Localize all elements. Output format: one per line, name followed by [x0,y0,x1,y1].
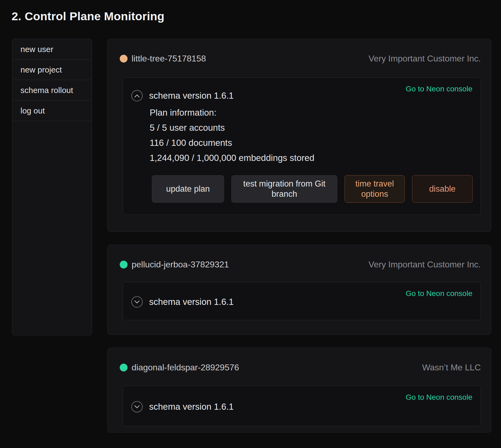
project-detail-panel: Go to Neon console schema version 1.6.1 [123,282,481,320]
status-dot-icon [120,364,128,371]
expand-toggle[interactable] [131,401,143,412]
project-detail-panel: Go to Neon console schema version 1.6.1 … [123,77,481,215]
project-actions: update plan test migration from Git bran… [152,175,473,203]
project-card-header: little-tree-75178158 Very Important Cust… [120,53,481,64]
chevron-up-icon [134,94,140,98]
neon-console-link[interactable]: Go to Neon console [406,85,473,93]
plan-line-user-accounts: 5 / 5 user accounts [150,120,314,135]
schema-row: schema version 1.6.1 [131,90,234,101]
test-migration-button[interactable]: test migration from Git branch [231,175,337,203]
project-name: diagonal-feldspar-28929576 [132,363,239,373]
update-plan-button[interactable]: update plan [152,175,224,203]
expand-toggle[interactable] [131,296,143,308]
schema-version-label: schema version 1.6.1 [149,91,234,101]
neon-console-link[interactable]: Go to Neon console [406,393,473,402]
sidebar: new user new project schema rollout log … [12,39,92,335]
sidebar-item-label: schema rollout [20,86,73,95]
neon-console-link[interactable]: Go to Neon console [406,289,473,298]
project-name: little-tree-75178158 [132,54,206,64]
chevron-down-icon [134,300,140,304]
project-card-header: diagonal-feldspar-28929576 Wasn’t Me LLC [120,362,481,373]
sidebar-item-label: new project [20,65,62,74]
plan-line: Plan information: [150,105,314,120]
sidebar-item-log-out[interactable]: log out [12,101,92,121]
company-label: Very Important Customer Inc. [369,54,481,64]
sidebar-item-label: new user [20,45,53,54]
plan-line-documents: 116 / 100 documents [150,135,314,150]
disable-button[interactable]: disable [412,175,473,203]
plan-information: Plan information: 5 / 5 user accounts 11… [150,105,314,166]
schema-row: schema version 1.6.1 [131,296,234,308]
schema-version-label: schema version 1.6.1 [149,402,234,412]
project-name: pellucid-jerboa-37829321 [132,260,229,270]
status-dot-icon [120,261,128,268]
company-label: Very Important Customer Inc. [369,260,481,270]
sidebar-item-new-project[interactable]: new project [12,60,92,80]
project-detail-panel: Go to Neon console schema version 1.6.1 [123,386,481,426]
sidebar-item-label: log out [20,106,45,115]
schema-row: schema version 1.6.1 [131,401,234,412]
sidebar-item-schema-rollout[interactable]: schema rollout [12,80,92,101]
status-dot-icon [120,55,128,63]
collapse-toggle[interactable] [131,90,143,101]
plan-line-embeddings: 1,244,090 / 1,000,000 embeddings stored [150,150,314,166]
chevron-down-icon [134,405,140,409]
schema-version-label: schema version 1.6.1 [149,297,234,307]
time-travel-options-button[interactable]: time travel options [345,175,405,203]
project-card-header: pellucid-jerboa-37829321 Very Important … [120,259,481,270]
project-card: pellucid-jerboa-37829321 Very Important … [107,245,491,335]
project-card: diagonal-feldspar-28929576 Wasn’t Me LLC… [107,348,491,433]
sidebar-item-new-user[interactable]: new user [12,39,92,60]
page: 2. Control Plane Monitoring new user new… [0,0,501,448]
page-title: 2. Control Plane Monitoring [12,10,164,23]
company-label: Wasn’t Me LLC [422,363,481,373]
project-card: little-tree-75178158 Very Important Cust… [107,39,491,232]
